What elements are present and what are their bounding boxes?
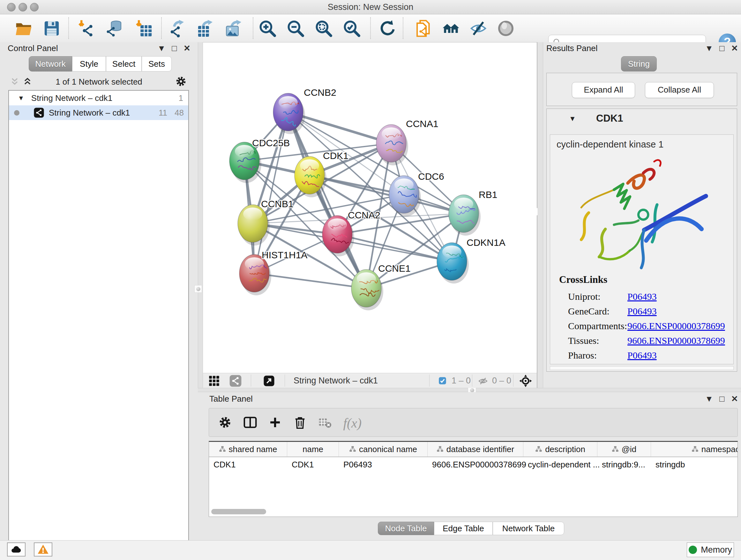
fit-selected-crosshair-icon[interactable] [519, 374, 532, 388]
column-header-id[interactable]: @id [597, 442, 651, 456]
add-column-icon[interactable] [268, 416, 282, 429]
tab-string[interactable]: String [621, 56, 657, 71]
string-view-icon[interactable] [229, 374, 242, 387]
tab-node-table[interactable]: Node Table [378, 522, 434, 535]
panel-float-icon[interactable]: □ [168, 44, 181, 53]
panel-close-icon[interactable]: ✕ [181, 44, 193, 53]
column-header-description[interactable]: description [523, 442, 597, 456]
gene-entry-header[interactable]: ▼ CDK1 [547, 110, 737, 130]
toolbar-separator [403, 17, 403, 39]
crosslink-link[interactable]: P06493 [627, 350, 657, 361]
crosslink-link[interactable]: P06493 [627, 306, 657, 317]
presentation-mode-button[interactable] [496, 18, 515, 38]
import-network-from-file-button[interactable] [76, 18, 95, 38]
import-network-from-database-button[interactable] [105, 18, 124, 38]
table-cell[interactable]: stringdb:9... [597, 457, 651, 472]
panel-float-icon[interactable]: □ [716, 394, 728, 404]
table-row[interactable]: CDK1CDK1P064939606.ENSP00000378699cyclin… [209, 457, 738, 472]
edge-CCNB2-HIST1H1A[interactable] [254, 112, 288, 273]
toolbar-separator [370, 17, 371, 39]
crosslink-link[interactable]: P06493 [627, 291, 657, 302]
table-cell[interactable]: stringdb [651, 457, 738, 472]
column-header-databaseidentifier[interactable]: database identifier [428, 442, 523, 456]
sphere-icon [497, 19, 515, 37]
save-session-button[interactable] [42, 18, 61, 38]
crosslink-row: GeneCard:P06493 [568, 306, 728, 320]
zoom-fit-button[interactable] [314, 18, 333, 38]
column-header-sharedname[interactable]: shared name [209, 442, 287, 456]
panel-close-icon[interactable]: ✕ [728, 44, 741, 53]
tab-edge-table[interactable]: Edge Table [434, 522, 493, 535]
node-HIST1H1A[interactable]: HIST1H1A [239, 250, 307, 295]
node-CDKN1A[interactable]: CDKN1A [437, 237, 506, 284]
node-CCNE1[interactable]: CCNE1 [351, 263, 411, 310]
panel-float-icon[interactable]: □ [716, 44, 728, 53]
table-cell[interactable]: cyclin-dependent ... [523, 457, 597, 472]
memory-button[interactable]: Memory [687, 543, 734, 557]
tab-sets[interactable]: Sets [142, 56, 172, 71]
panel-close-icon[interactable]: ✕ [728, 394, 741, 404]
table-cell[interactable]: CDK1 [209, 457, 287, 472]
show-columns-icon[interactable] [243, 415, 258, 430]
results-scrollbar-track[interactable] [550, 366, 734, 370]
panel-collapse-icon[interactable]: ▼ [155, 44, 168, 53]
zoom-in-button[interactable] [258, 18, 277, 38]
tab-select[interactable]: Select [106, 56, 142, 71]
network-canvas[interactable]: CCNB2CCNA1CDC25BCDK1CDC6RB1CCNB1CCNA2CDK… [203, 43, 537, 373]
table-cell[interactable]: 9606.ENSP00000378699 [428, 457, 523, 472]
gene-name: CDK1 [596, 113, 623, 124]
expand-all-button[interactable]: Expand All [572, 82, 635, 98]
cloud-status-button[interactable] [7, 543, 25, 557]
splitter-handle[interactable] [194, 285, 202, 293]
apply-layout-button[interactable] [378, 18, 397, 38]
panel-collapse-icon[interactable]: ▼ [703, 44, 716, 53]
column-header-name[interactable]: name [287, 442, 339, 456]
table-cell[interactable]: P06493 [339, 457, 428, 472]
node-RB1[interactable]: RB1 [449, 189, 497, 236]
import-table-from-file-button[interactable] [133, 18, 152, 38]
selected-checkbox-icon[interactable] [438, 376, 447, 385]
table-horizontal-scrollbar[interactable] [211, 509, 266, 514]
table-options-gear-icon[interactable] [218, 415, 232, 429]
network-collection-row[interactable]: ▼ String Network – cdk1 1 [9, 91, 188, 105]
zoom-selected-button[interactable] [342, 18, 361, 38]
network-current-dot-icon [14, 110, 19, 116]
tab-style[interactable]: Style [72, 56, 106, 71]
string-home-button[interactable] [441, 18, 461, 38]
network-options-gear-icon[interactable] [175, 75, 187, 87]
birdseye-view-icon[interactable] [263, 375, 275, 387]
node-CDC6[interactable]: CDC6 [389, 171, 444, 216]
crosslinks-title: CrossLinks [559, 274, 607, 286]
hidden-eye-icon[interactable] [478, 376, 488, 386]
edge-CCNB2-CCNE1[interactable] [288, 112, 366, 288]
horizontal-splitter[interactable] [198, 388, 741, 392]
network-row[interactable]: String Network – cdk1 11 48 [9, 105, 188, 120]
collapse-all-button[interactable]: Collapse All [645, 82, 714, 98]
grid-view-icon[interactable] [208, 375, 220, 387]
warnings-button[interactable] [34, 543, 52, 557]
node-label-CDC6: CDC6 [418, 171, 444, 182]
open-session-button[interactable] [14, 18, 33, 38]
string-import-button[interactable] [414, 18, 433, 38]
delete-column-icon[interactable] [293, 415, 307, 430]
column-header-namespace[interactable]: namespace [651, 442, 738, 456]
panel-collapse-icon[interactable]: ▼ [703, 394, 716, 404]
table-cell[interactable]: CDK1 [287, 457, 339, 472]
tab-network-table[interactable]: Network Table [493, 522, 564, 535]
node-table[interactable]: shared namenamecanonical namedatabase id… [209, 441, 738, 517]
column-header-canonicalname[interactable]: canonical name [339, 442, 428, 456]
export-table-button[interactable] [196, 18, 215, 38]
hide-panels-button[interactable] [469, 18, 488, 38]
disclosure-triangle-icon[interactable]: ▼ [569, 115, 576, 123]
gene-entry-content: cyclin-dependent kinase 1 [550, 134, 734, 364]
tab-network[interactable]: Network [29, 56, 72, 71]
export-image-button[interactable] [225, 18, 244, 38]
crosslink-link[interactable]: 9606.ENSP00000378699 [627, 320, 725, 331]
node-label-RB1: RB1 [479, 189, 497, 200]
vertical-splitter-right[interactable] [537, 42, 543, 388]
memory-label: Memory [701, 545, 732, 555]
export-network-button[interactable] [167, 18, 187, 38]
crosslink-link[interactable]: 9606.ENSP00000378699 [627, 335, 725, 346]
disclosure-triangle-icon[interactable]: ▼ [18, 95, 24, 102]
zoom-out-button[interactable] [286, 18, 305, 38]
